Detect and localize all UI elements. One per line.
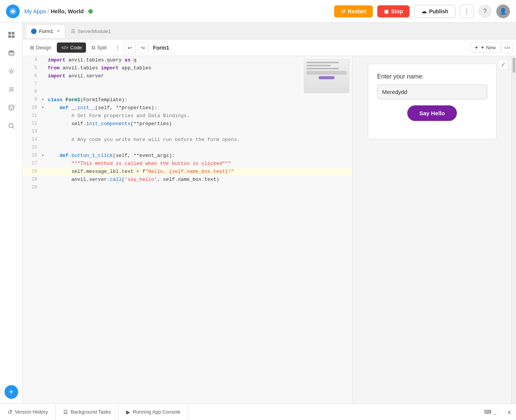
- help-icon: ?: [483, 8, 487, 15]
- running-app-console-label: Running App Console: [133, 409, 180, 415]
- svg-point-10: [9, 107, 11, 108]
- restart-icon: ↺: [341, 8, 346, 14]
- terminal-icon: ⌨: [484, 409, 491, 415]
- tab-servermodule1[interactable]: ☰ ServerModule1: [66, 24, 116, 38]
- svg-rect-3: [12, 35, 14, 38]
- background-tasks-label: Background Tasks: [70, 409, 111, 415]
- split-label: Split: [97, 45, 106, 50]
- html-button[interactable]: </>: [502, 42, 513, 53]
- svg-point-9: [9, 105, 14, 110]
- topbar: My Apps / Hello, World ↺ Restart ◼ Stop …: [0, 0, 516, 23]
- code-editor[interactable]: 4 import anvil.tables.query as q 5 from …: [23, 56, 352, 403]
- name-label: Enter your name:: [377, 73, 487, 80]
- code-line-18: 18 self.message_lbl.text = f"Hello, {sel…: [23, 168, 352, 176]
- code-line-20: 20: [23, 183, 352, 191]
- publish-button[interactable]: ☁ Publish: [414, 5, 455, 18]
- form1-tab-label: Form1: [39, 28, 53, 34]
- search-icon: [8, 122, 15, 130]
- bottom-bar: ↺ Version History ☰ Background Tasks ▶ R…: [0, 403, 516, 420]
- version-history-tab[interactable]: ↺ Version History: [0, 404, 56, 420]
- say-hello-button[interactable]: Say Hello: [407, 105, 457, 121]
- split-icon: ⧉: [92, 45, 95, 51]
- code-thumbnail: [304, 59, 349, 93]
- add-icon: +: [9, 387, 14, 397]
- sidebar-item-search[interactable]: [4, 118, 19, 133]
- new-star-icon: ✦: [474, 45, 478, 50]
- tab-form1[interactable]: 🔵 Form1 ✕: [26, 24, 65, 38]
- database-icon: [8, 49, 15, 57]
- tasks-icon: ☰: [63, 409, 68, 415]
- list-icon: [8, 86, 15, 93]
- add-button[interactable]: +: [5, 385, 18, 399]
- code-line-8: 8: [23, 88, 352, 96]
- app-card: Enter your name: Say Hello: [368, 64, 497, 139]
- user-icon: 👤: [499, 8, 507, 15]
- design-icon: ⊞: [30, 45, 34, 50]
- console-icon: ▶: [126, 409, 130, 415]
- name-input[interactable]: [377, 85, 487, 99]
- split-button[interactable]: ⧉ Split: [88, 42, 111, 53]
- collapse-button[interactable]: ∧: [502, 405, 516, 419]
- stop-button[interactable]: ◼ Stop: [377, 5, 410, 17]
- restart-label: Restart: [348, 8, 366, 14]
- forms-icon: [8, 31, 15, 39]
- sidebar-item-data[interactable]: [4, 45, 19, 61]
- background-tasks-tab[interactable]: ☰ Background Tasks: [56, 404, 119, 420]
- more-toolbar-icon: ⋮: [115, 45, 120, 50]
- html-icon: </>: [504, 45, 510, 50]
- sidebar-item-palette[interactable]: [4, 100, 19, 115]
- sidebar-item-settings[interactable]: [4, 64, 19, 79]
- expand-button[interactable]: ⤢: [498, 59, 508, 70]
- stop-icon: ◼: [384, 8, 389, 14]
- left-sidebar: +: [0, 23, 23, 403]
- code-panel: 4 import anvil.tables.query as q 5 from …: [23, 56, 352, 403]
- undo-icon: ↩: [128, 45, 132, 51]
- expand-icon: ⤢: [501, 61, 505, 67]
- running-app-console-tab[interactable]: ▶ Running App Console: [119, 404, 188, 420]
- code-line-14: 14 # Any code you write here will run be…: [23, 136, 352, 144]
- restart-button[interactable]: ↺ Restart: [334, 5, 373, 17]
- servermodule1-tab-icon: ☰: [71, 28, 75, 34]
- redo-icon: ↪: [141, 45, 145, 51]
- design-label: Design: [36, 45, 51, 50]
- terminal-label: _: [494, 409, 496, 415]
- history-icon: ↺: [8, 409, 13, 415]
- undo-button[interactable]: ↩: [124, 42, 136, 53]
- new-button[interactable]: ✦ ✦ New: [470, 42, 500, 53]
- form1-close-button[interactable]: ✕: [56, 28, 60, 34]
- collapse-icon: ∧: [507, 409, 511, 415]
- file-title: Form1: [153, 45, 169, 51]
- help-button[interactable]: ?: [478, 5, 492, 18]
- new-label: ✦ New: [480, 45, 496, 50]
- code-line-6: 6 import anvil.server: [23, 72, 352, 80]
- code-line-12: 12 self.init_components(**properties): [23, 120, 352, 128]
- code-button[interactable]: </> Code: [57, 42, 86, 53]
- scrollbar: [511, 56, 516, 403]
- code-line-9: 9 ▼ class Form1(Form1Template):: [23, 96, 352, 104]
- avatar-button[interactable]: 👤: [496, 5, 510, 18]
- app-preview: Enter your name: Say Hello: [353, 56, 511, 403]
- svg-point-12: [11, 108, 12, 110]
- more-vert-icon: ⋮: [463, 7, 470, 16]
- sidebar-item-forms[interactable]: [4, 27, 19, 42]
- redo-button[interactable]: ↪: [137, 42, 149, 53]
- stop-label: Stop: [391, 8, 403, 14]
- terminal-button[interactable]: ⌨ _: [478, 404, 502, 420]
- cloud-icon: ☁: [421, 8, 427, 14]
- code-icon: </>: [61, 45, 68, 50]
- myapps-link[interactable]: My Apps: [24, 8, 46, 14]
- code-line-7: 7: [23, 80, 352, 88]
- more-button[interactable]: ⋮: [460, 5, 474, 18]
- more-toolbar-button[interactable]: ⋮: [113, 42, 123, 53]
- servermodule1-tab-label: ServerModule1: [78, 28, 111, 34]
- design-button[interactable]: ⊞ Design: [26, 42, 55, 53]
- code-line-4: 4 import anvil.tables.query as q: [23, 56, 352, 64]
- svg-rect-2: [8, 35, 11, 38]
- code-toolbar: ⊞ Design </> Code ⧉ Split ⋮ ↩ ↪ Form1: [23, 39, 516, 56]
- code-line-17: 17 """This method is called when the but…: [23, 160, 352, 168]
- form1-tab-icon: 🔵: [31, 28, 37, 34]
- app-logo: [6, 5, 20, 18]
- sidebar-item-list[interactable]: [4, 82, 19, 97]
- tabs-bar: 🔵 Form1 ✕ ☰ ServerModule1: [23, 23, 516, 39]
- app-name: Hello, World: [51, 8, 84, 14]
